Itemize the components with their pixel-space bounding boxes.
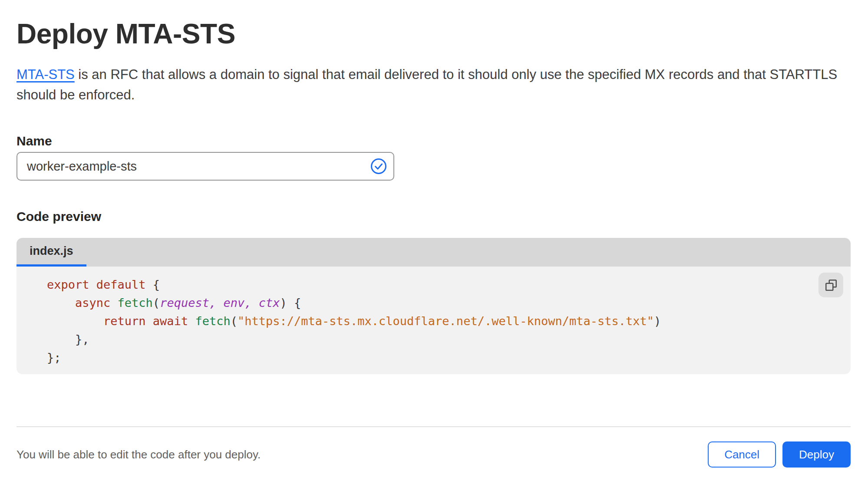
intro-text: MTA-STS is an RFC that allows a domain t… bbox=[17, 64, 851, 105]
name-input[interactable] bbox=[17, 152, 394, 181]
name-input-wrap bbox=[17, 152, 394, 181]
footer-actions: Cancel Deploy bbox=[708, 441, 851, 468]
code-preview-panel: index.js export default { async fetch(re… bbox=[17, 238, 851, 374]
code-preview-label: Code preview bbox=[17, 209, 851, 224]
code-line: async fetch(request, env, ctx) { bbox=[47, 294, 816, 312]
copy-icon bbox=[824, 278, 838, 292]
code-line: }, bbox=[47, 330, 816, 349]
mta-sts-link[interactable]: MTA-STS bbox=[17, 67, 75, 82]
deploy-mta-sts-page: Deploy MTA-STS MTA-STS is an RFC that al… bbox=[0, 0, 868, 468]
page-title: Deploy MTA-STS bbox=[17, 18, 851, 49]
check-circle-icon bbox=[370, 158, 387, 175]
cancel-button[interactable]: Cancel bbox=[708, 441, 776, 468]
code-editor: export default { async fetch(request, en… bbox=[17, 267, 851, 374]
tab-indexjs[interactable]: index.js bbox=[17, 238, 86, 267]
code-line: export default { bbox=[47, 276, 816, 294]
footer: You will be able to edit the code after … bbox=[17, 441, 851, 468]
code-lines: export default { async fetch(request, en… bbox=[47, 276, 816, 367]
code-line: }; bbox=[47, 349, 816, 367]
footer-note: You will be able to edit the code after … bbox=[17, 448, 261, 461]
deploy-button[interactable]: Deploy bbox=[782, 441, 851, 468]
intro-line2: should be enforced. bbox=[17, 87, 135, 102]
code-tabbar: index.js bbox=[17, 238, 851, 267]
code-line: return await fetch("https://mta-sts.mx.c… bbox=[47, 312, 816, 330]
footer-divider bbox=[17, 426, 851, 427]
copy-button[interactable] bbox=[818, 273, 843, 297]
intro-line1: is an RFC that allows a domain to signal… bbox=[75, 67, 837, 82]
name-label: Name bbox=[17, 134, 851, 148]
